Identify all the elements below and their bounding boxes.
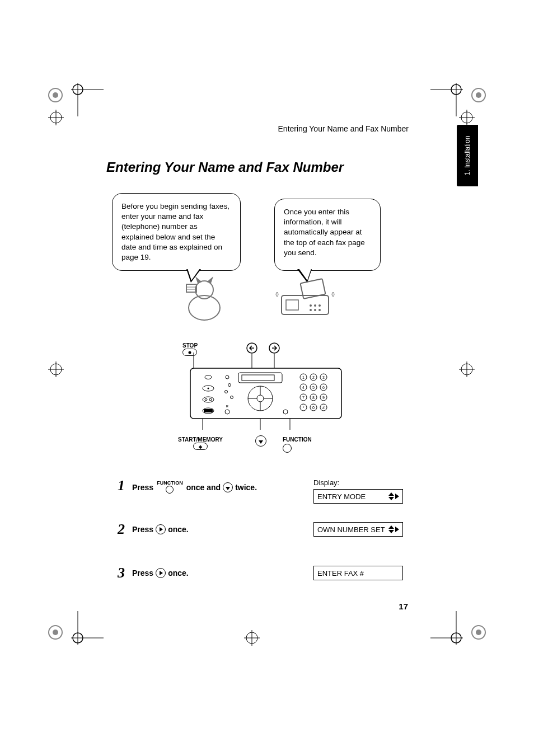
svg-text:3: 3 [322, 375, 325, 379]
svg-rect-27 [204, 409, 213, 412]
svg-point-10 [318, 304, 321, 307]
svg-point-22 [208, 388, 209, 389]
running-header: Entering Your Name and Fax Number [106, 124, 409, 133]
svg-point-29 [228, 384, 231, 387]
steps-list: 1 Press FUNCTION once and twice. Display… [118, 478, 403, 609]
lcd-text: OWN NUMBER SET [317, 525, 385, 534]
display-label: Display: [313, 478, 403, 487]
start-button-icon: ◈ [193, 443, 208, 450]
svg-point-42 [283, 410, 288, 414]
callout-before-you-begin: Before you begin sending faxes, enter yo… [112, 193, 241, 271]
step-number: 3 [118, 566, 132, 580]
svg-text:2: 2 [312, 375, 315, 379]
registration-mark-icon [45, 358, 78, 381]
callout-row: Before you begin sending faxes, enter yo… [112, 193, 403, 271]
control-panel-diagram: R 1 2 3 4 5 6 7 8 9 * 0 # [174, 341, 353, 433]
callout-text: Once you enter this information, it will… [284, 208, 365, 257]
text-twice: twice. [235, 483, 257, 492]
text-once: once. [168, 525, 189, 534]
svg-point-24 [205, 398, 207, 401]
svg-point-20 [205, 375, 212, 379]
crop-mark-icon [42, 610, 104, 655]
svg-point-8 [310, 304, 312, 307]
function-text: FUNCTION [283, 436, 312, 443]
svg-point-37 [257, 395, 264, 402]
svg-text:*: * [303, 406, 305, 410]
crop-mark-icon [430, 610, 492, 655]
step-instruction: Press once. [132, 566, 313, 578]
svg-point-33 [225, 410, 229, 414]
text-once: once. [168, 569, 189, 577]
svg-text:8: 8 [312, 396, 315, 400]
right-arrow-button-icon [156, 524, 166, 534]
svg-point-98 [53, 630, 58, 635]
registration-mark-icon [45, 106, 78, 129]
text-press: Press [132, 569, 153, 577]
lcd-screen: ENTER FAX # [313, 566, 403, 580]
svg-text:7: 7 [302, 396, 305, 400]
nav-arrows-icon [388, 492, 399, 500]
step-instruction: Press FUNCTION once and twice. [132, 478, 313, 494]
svg-point-31 [231, 396, 233, 399]
lcd-screen: ENTRY MODE [313, 489, 403, 504]
callout-text: Before you begin sending faxes, enter yo… [121, 202, 229, 261]
svg-text:6: 6 [322, 386, 325, 389]
svg-point-30 [225, 391, 228, 393]
step-number: 2 [118, 522, 132, 537]
callout-once-you-enter: Once you enter this information, it will… [274, 199, 381, 271]
function-button-icon: FUNCTION [157, 481, 183, 494]
svg-point-1 [195, 281, 213, 299]
svg-point-28 [226, 375, 229, 379]
text-once-and: once and [186, 483, 221, 492]
registration-mark-icon [456, 106, 478, 129]
svg-rect-7 [286, 300, 298, 310]
svg-text:9: 9 [322, 396, 325, 400]
svg-text:1: 1 [302, 375, 305, 379]
section-title: Entering Your Name and Fax Number [106, 159, 344, 175]
right-arrow-button-icon [156, 568, 166, 578]
svg-point-23 [203, 397, 214, 402]
svg-point-105 [476, 630, 481, 635]
display-column: ENTER FAX # [313, 566, 403, 580]
registration-mark-icon [456, 358, 478, 381]
display-column: Display: ENTRY MODE [313, 478, 403, 504]
start-memory-text: START/MEMORY [178, 436, 223, 443]
svg-point-13 [318, 309, 321, 311]
down-arrow-button-icon [223, 482, 233, 492]
svg-point-25 [209, 398, 212, 401]
svg-point-79 [476, 92, 481, 98]
illustration-row [168, 269, 375, 325]
step-1: 1 Press FUNCTION once and twice. Display… [118, 478, 403, 505]
svg-point-9 [314, 304, 316, 307]
svg-text:0: 0 [312, 406, 315, 410]
text-press: Press [132, 525, 153, 534]
step-instruction: Press once. [132, 522, 313, 534]
fax-machine-icon [269, 269, 341, 325]
display-column: OWN NUMBER SET [313, 522, 403, 537]
step-3: 3 Press once. ENTER FAX # [118, 566, 403, 593]
svg-point-11 [310, 309, 312, 311]
function-button-icon [283, 444, 292, 453]
nav-arrows-icon [388, 525, 399, 533]
side-tab-label: 1. Installation [463, 136, 471, 176]
side-tab-installation: 1. Installation [457, 125, 478, 186]
page-number: 17 [399, 602, 408, 611]
svg-text:5: 5 [312, 386, 315, 389]
svg-point-12 [314, 309, 316, 311]
mascot-cat-icon [168, 269, 241, 325]
registration-mark-icon [241, 627, 263, 649]
step-number: 1 [118, 478, 132, 493]
step-2: 2 Press once. OWN NUMBER SET [118, 522, 403, 549]
panel-label-start-memory: START/MEMORY ◈ [178, 436, 223, 450]
lcd-screen: OWN NUMBER SET [313, 522, 403, 537]
text-press: Press [132, 483, 153, 492]
svg-rect-19 [190, 368, 341, 419]
svg-text:4: 4 [302, 386, 305, 389]
svg-rect-34 [238, 373, 282, 383]
down-nav-icon [255, 435, 266, 447]
svg-text:R: R [226, 405, 229, 408]
svg-text:#: # [322, 406, 325, 410]
function-mini-label: FUNCTION [157, 481, 183, 486]
panel-label-function: FUNCTION [283, 436, 312, 453]
svg-rect-35 [242, 375, 274, 381]
